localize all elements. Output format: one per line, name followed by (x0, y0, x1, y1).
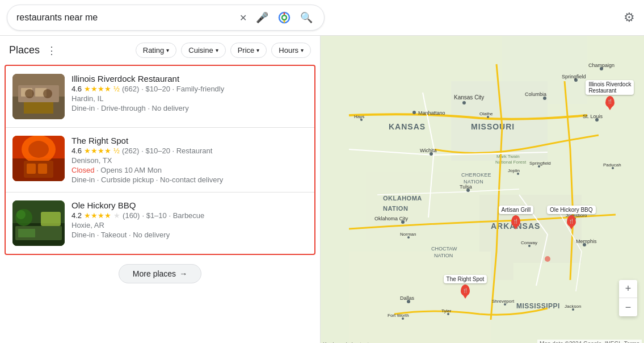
svg-point-92 (545, 256, 550, 262)
lens-button[interactable] (275, 9, 293, 27)
zoom-out-button[interactable]: − (619, 298, 637, 316)
svg-text:Olathe: Olathe (479, 111, 493, 116)
result-features-riverdock: Dine-in · Drive-through · No delivery (71, 104, 308, 112)
stars-icon: ★★★★ (84, 211, 111, 220)
result-item-hickory[interactable]: Ole Hickory BBQ 4.2 ★★★★★ (160) · $1–10 … (6, 193, 314, 254)
svg-point-46 (413, 111, 416, 114)
map-pin-artisan[interactable]: Artisan Grill 🍴 (499, 206, 534, 229)
svg-text:CHEROKEE: CHEROKEE (461, 172, 491, 178)
pin-dot-rightspot: 🍴 (461, 285, 470, 296)
mic-button[interactable]: 🎤 (254, 9, 271, 26)
filter-price[interactable]: Price ▾ (230, 43, 267, 58)
search-icon: 🔍 (300, 11, 313, 24)
map-pin-hickory[interactable]: Ole Hickory BBQ 🍴 (547, 206, 596, 229)
result-item-rightspot[interactable]: The Right Spot 4.6 ★★★★½ (262) · $10–20 … (6, 128, 314, 193)
filter-hours-label: Hours (279, 46, 298, 55)
result-rating-riverdock: 4.6 ★★★★½ (662) · $10–20 · Family-friend… (71, 85, 308, 93)
svg-text:Tulsa: Tulsa (460, 184, 472, 190)
map-area[interactable]: KANSAS MISSOURI OKLAHOMA NATION ARKANSAS… (321, 36, 644, 343)
map-pin-rightspot[interactable]: The Right Spot 🍴 (444, 275, 487, 299)
google-lens-icon (277, 11, 291, 24)
left-panel: Places ⋮ Rating ▾ Cuisine ▾ Price ▾ Hour… (0, 36, 321, 343)
clear-button[interactable]: ✕ (237, 10, 249, 26)
review-count: (262) (122, 147, 139, 155)
svg-text:Fort Worth: Fort Worth (388, 313, 409, 318)
half-star-icon: ½ (113, 147, 120, 155)
fork-knife-icon: 🍴 (569, 219, 574, 224)
stars-icon: ★★★★ (84, 85, 111, 93)
places-header: Places ⋮ Rating ▾ Cuisine ▾ Price ▾ Hour… (0, 36, 320, 62)
svg-text:Joplin: Joplin (508, 168, 520, 173)
stars-icon: ★★★★ (84, 147, 111, 155)
filter-rating[interactable]: Rating ▾ (136, 43, 177, 58)
svg-text:Conway: Conway (521, 240, 537, 245)
svg-text:CHOCTAW: CHOCTAW (431, 246, 457, 252)
result-name-rightspot: The Right Spot (71, 136, 308, 145)
filter-cuisine[interactable]: Cuisine ▾ (181, 43, 225, 58)
map-panel[interactable]: KANSAS MISSOURI OKLAHOMA NATION ARKANSAS… (321, 36, 644, 343)
settings-button[interactable]: ⚙ (621, 8, 637, 27)
review-count: (662) (122, 85, 139, 93)
svg-point-15 (28, 141, 49, 158)
review-count: (160) (123, 211, 140, 220)
svg-text:Memphis: Memphis (576, 239, 597, 244)
result-item-riverdock[interactable]: Illinois Riverdock Restaurant 4.6 ★★★★½ … (6, 66, 314, 128)
svg-point-10 (25, 89, 34, 98)
thumbnail-image-rightspot (12, 136, 65, 181)
pin-dot-riverdock: 🍴 (605, 96, 614, 107)
chevron-down-icon: ▾ (256, 47, 259, 53)
clear-icon: ✕ (239, 12, 247, 23)
result-name-riverdock: Illinois Riverdock Restaurant (71, 74, 308, 83)
result-features-hickory: Dine-in · Takeout · No delivery (71, 231, 308, 239)
result-status-rightspot: Closed · Opens 10 AM Mon (71, 166, 308, 174)
more-places-button[interactable]: More places → (119, 264, 201, 283)
search-input[interactable] (16, 12, 237, 23)
search-bar: ✕ 🎤 🔍 ⚙ (0, 0, 644, 36)
zoom-controls: + − (619, 280, 637, 316)
chevron-down-icon: ▾ (216, 47, 218, 53)
svg-text:Columbia: Columbia (525, 91, 546, 97)
pin-label-artisan: Artisan Grill (499, 206, 534, 214)
svg-text:Springfield: Springfield (562, 74, 586, 80)
svg-text:Shreveport: Shreveport (492, 299, 515, 304)
pin-label-rightspot: The Right Spot (444, 275, 487, 283)
filter-buttons: Rating ▾ Cuisine ▾ Price ▾ Hours ▾ (136, 43, 311, 58)
zoom-in-button[interactable]: + (619, 280, 637, 298)
fork-knife-icon: 🍴 (462, 288, 468, 293)
svg-point-48 (462, 101, 466, 104)
filter-price-label: Price (238, 46, 255, 55)
svg-text:Kansas City: Kansas City (454, 94, 484, 101)
chevron-down-icon: ▾ (166, 47, 169, 53)
map-pin-riverdock[interactable]: Illinois RiverdockRestaurant 🍴 (586, 80, 634, 110)
more-places-arrow: → (179, 269, 187, 278)
svg-text:Champaign: Champaign (588, 62, 614, 68)
svg-rect-22 (18, 229, 35, 237)
svg-text:Tyler: Tyler (441, 308, 452, 313)
status-closed-label: Closed (71, 166, 94, 174)
result-info-hickory: Ole Hickory BBQ 4.2 ★★★★★ (160) · $1–10 … (71, 200, 308, 239)
svg-point-1 (282, 15, 287, 20)
half-star-icon: ½ (113, 85, 120, 93)
places-menu-button[interactable]: ⋮ (44, 43, 59, 58)
svg-text:Oklahoma City: Oklahoma City (374, 216, 409, 221)
svg-text:OKLAHOMA: OKLAHOMA (383, 195, 422, 202)
svg-rect-17 (27, 164, 36, 174)
fork-knife-icon: 🍴 (513, 219, 519, 224)
rating-number: 4.2 (71, 211, 82, 220)
zoom-in-icon: + (625, 283, 632, 295)
search-button[interactable]: 🔍 (298, 9, 315, 26)
svg-text:Norman: Norman (400, 232, 416, 237)
result-rating-hickory: 4.2 ★★★★★ (160) · $1–10 · Barbecue (71, 211, 308, 220)
result-location-hickory: Hoxie, AR (71, 221, 308, 229)
thumbnail-image-hickory (12, 200, 65, 246)
settings-icon: ⚙ (624, 10, 635, 24)
svg-point-11 (43, 89, 52, 98)
pin-label-riverdock: Illinois RiverdockRestaurant (586, 80, 634, 95)
results-list: Illinois Riverdock Restaurant 4.6 ★★★★½ … (5, 65, 315, 255)
more-places-label: More places (133, 269, 176, 278)
pin-dot-hickory: 🍴 (567, 215, 576, 227)
pin-dot-artisan: 🍴 (511, 215, 520, 227)
svg-point-25 (16, 210, 26, 219)
filter-hours[interactable]: Hours ▾ (271, 43, 311, 58)
places-title: Places (9, 44, 40, 56)
